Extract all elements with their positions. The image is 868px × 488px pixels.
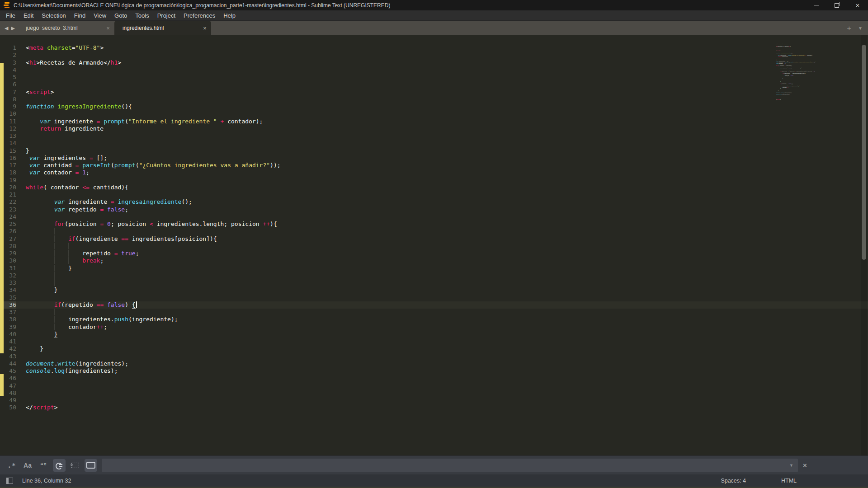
tab-ingredientes.html[interactable]: ingredientes.html×	[114, 21, 211, 35]
restore-button[interactable]	[826, 0, 847, 10]
code-line: 7<script>	[0, 89, 868, 96]
code-line: 4	[0, 66, 868, 74]
tab-label: ingredientes.html	[123, 25, 164, 31]
line-number: 50	[0, 404, 16, 411]
window-controls: ×	[806, 0, 868, 10]
code-line: 33	[0, 279, 868, 286]
menu-goto[interactable]: Goto	[110, 10, 131, 20]
code-line: 10	[0, 110, 868, 117]
line-number: 45	[0, 367, 16, 375]
case-sensitive-button[interactable]: Aa	[21, 459, 34, 472]
code-line: 30 break;	[0, 257, 868, 264]
code-line: 21	[0, 191, 868, 198]
line-number: 1	[0, 44, 16, 52]
code-line: 8	[0, 96, 868, 103]
tab-bar: ◀ ▶ juego_secreto_3.html×ingredientes.ht…	[0, 20, 868, 35]
minimap[interactable]: <meta charset="UTF-8"><h1>Recetas de Arm…	[774, 43, 824, 143]
menu-file[interactable]: File	[2, 10, 19, 20]
cursor-position: Line 36, Column 32	[22, 478, 71, 484]
code-line: 29 repetido = true;	[0, 250, 868, 257]
menu-find[interactable]: Find	[70, 10, 90, 20]
code-line: 45console.log(ingredientes);	[0, 367, 868, 375]
status-right: Spaces: 4 HTML	[721, 478, 868, 484]
tab-back-arrow-icon[interactable]: ◀	[5, 25, 8, 31]
in-selection-icon	[71, 463, 79, 468]
minimize-button[interactable]	[806, 0, 826, 10]
find-input[interactable]: ▼	[102, 459, 798, 472]
whole-word-button[interactable]: “”	[37, 459, 50, 472]
code-line: 28	[0, 243, 868, 250]
code-line: 15}	[0, 147, 868, 155]
tabbar-right: + ▼	[847, 21, 863, 35]
sidebar-toggle-icon[interactable]	[6, 478, 13, 484]
menu-edit[interactable]: Edit	[19, 10, 38, 20]
regex-icon: .*	[8, 462, 16, 469]
sublime-logo-icon	[3, 2, 10, 9]
code-line: 17 var cantidad = parseInt(prompt("¿Cuán…	[0, 162, 868, 169]
code-line: 1<meta charset="UTF-8">	[0, 44, 868, 52]
code-line: </script>	[774, 99, 822, 100]
menu-help[interactable]: Help	[219, 10, 240, 20]
tab-overflow-icon[interactable]: ▼	[858, 26, 863, 31]
code-line: 11 var ingrediente = prompt("Informe el …	[0, 118, 868, 125]
indent-setting[interactable]: Spaces: 4	[721, 478, 746, 484]
regex-toggle-button[interactable]: .*	[5, 459, 18, 472]
diff-modified-marker	[0, 63, 4, 353]
code-line: 36 if(repetido == false) {	[0, 301, 868, 309]
line-number: 44	[0, 360, 16, 367]
menu-preferences[interactable]: Preferences	[179, 10, 219, 20]
menu-selection[interactable]: Selection	[38, 10, 70, 20]
new-tab-button[interactable]: +	[847, 24, 851, 32]
code-line: 26	[0, 228, 868, 235]
code-line: 6	[0, 81, 868, 88]
in-selection-button[interactable]	[69, 459, 81, 472]
code-line: 5	[0, 74, 868, 81]
find-history-dropdown-icon[interactable]: ▼	[789, 463, 793, 468]
code-line: 20while( contador <= cantidad){	[0, 184, 868, 191]
code-line: 27 if(ingrediente == ingredientes[posici…	[0, 235, 868, 243]
code-line: 32	[0, 272, 868, 279]
wrap-icon	[56, 462, 63, 469]
code-line: 47	[0, 382, 868, 389]
editor-area[interactable]: 1<meta charset="UTF-8">23<h1>Recetas de …	[0, 35, 868, 455]
syntax-mode[interactable]: HTML	[781, 478, 797, 484]
restore-icon	[835, 3, 839, 8]
menu-bar: FileEditSelectionFindViewGotoToolsProjec…	[0, 10, 868, 20]
diff-modified-marker	[0, 374, 4, 396]
tab-forward-arrow-icon[interactable]: ▶	[11, 25, 14, 31]
find-close-button[interactable]: ×	[803, 461, 807, 469]
tab-close-icon[interactable]: ×	[203, 25, 207, 31]
highlight-matches-icon	[86, 462, 95, 469]
code-line: 46	[0, 375, 868, 382]
find-bar: .* Aa “” ▼ ×	[0, 455, 868, 474]
tab-nav: ◀ ▶	[0, 21, 18, 35]
menu-tools[interactable]: Tools	[131, 10, 153, 20]
code-line: 34 }	[0, 286, 868, 294]
code-line: 50</script>	[0, 404, 868, 411]
code-line: 13	[0, 132, 868, 140]
code-line: 37	[0, 309, 868, 316]
highlight-matches-button[interactable]	[85, 459, 97, 472]
wrap-toggle-button[interactable]	[53, 459, 66, 472]
tab-juego_secreto_3.html[interactable]: juego_secreto_3.html×	[18, 21, 114, 35]
menu-view[interactable]: View	[90, 10, 110, 20]
text-cursor	[136, 301, 137, 308]
tab-close-icon[interactable]: ×	[106, 25, 110, 31]
line-number: 2	[0, 52, 16, 59]
close-button[interactable]: ×	[847, 0, 868, 10]
code-line: 3<h1>Recetas de Armando</h1>	[0, 59, 868, 66]
code-line: 35	[0, 294, 868, 301]
case-sensitive-icon: Aa	[24, 462, 32, 469]
code-line: 14	[0, 140, 868, 147]
menu-project[interactable]: Project	[153, 10, 179, 20]
line-number: 49	[0, 397, 16, 404]
code-line: 24	[0, 213, 868, 221]
status-bar: Line 36, Column 32 Spaces: 4 HTML	[0, 474, 868, 487]
code-lines: 1<meta charset="UTF-8">23<h1>Recetas de …	[0, 44, 868, 412]
scrollbar-thumb[interactable]	[862, 45, 866, 260]
whole-word-icon: “”	[40, 462, 47, 469]
close-icon: ×	[856, 2, 860, 9]
code-line: 44document.write(ingredientes);	[0, 360, 868, 367]
line-number: 43	[0, 353, 16, 360]
code-line: 48	[0, 389, 868, 397]
